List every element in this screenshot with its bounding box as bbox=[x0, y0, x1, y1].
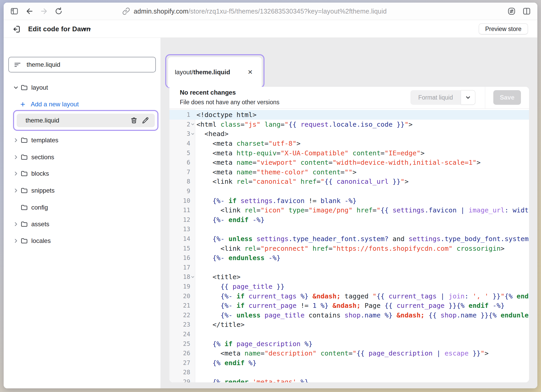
code-text: {%- if current_tags %} &ndash; tagged "{… bbox=[195, 292, 529, 300]
sidebar-item-locales[interactable]: locales bbox=[4, 234, 161, 247]
code-line[interactable]: 25 {% if page_description %} bbox=[169, 339, 529, 348]
sidebar-item-label: sections bbox=[31, 154, 54, 161]
code-line[interactable]: 29 {% render 'meta-tags' %} bbox=[169, 377, 529, 382]
code-line[interactable]: 5 <meta http-equiv="X-UA-Compatible" con… bbox=[169, 148, 529, 158]
code-line[interactable]: 17 bbox=[169, 263, 529, 272]
code-line[interactable]: 16 {%- endunless -%} bbox=[169, 253, 529, 263]
header-divider bbox=[485, 87, 485, 109]
exit-editor-icon[interactable] bbox=[11, 24, 21, 34]
sidebar-item-label: blocks bbox=[31, 170, 49, 177]
line-number: 1 bbox=[169, 111, 190, 118]
line-number: 25 bbox=[169, 340, 190, 347]
sidebar-item-theme-liquid[interactable]: theme.liquid bbox=[17, 114, 155, 127]
line-number: 3 bbox=[169, 130, 190, 137]
fold-toggle-icon[interactable] bbox=[190, 275, 195, 279]
code-line[interactable]: 28 bbox=[169, 368, 529, 377]
more-options-button[interactable]: ••• bbox=[82, 23, 93, 35]
link-icon bbox=[122, 7, 130, 15]
format-dropdown-button[interactable] bbox=[461, 90, 475, 105]
code-line[interactable]: 23 </title> bbox=[169, 320, 529, 329]
code-line[interactable]: 12 {%- endif -%} bbox=[169, 215, 529, 225]
save-button[interactable]: Save bbox=[493, 90, 521, 105]
code-line[interactable]: 26 <meta name="description" content="{{ … bbox=[169, 348, 529, 358]
add-new-layout-button[interactable]: +Add a new layout bbox=[4, 98, 161, 111]
line-number: 14 bbox=[169, 235, 190, 242]
code-line[interactable]: 15 <link rel="preconnect" href="https://… bbox=[169, 243, 529, 253]
code-line[interactable]: 21 {%- if current_page != 1 %} &ndash; P… bbox=[169, 301, 529, 310]
chevron-right-icon[interactable] bbox=[13, 221, 20, 228]
code-text: {%- unless settings.type_header_font.sys… bbox=[195, 235, 529, 243]
line-number: 15 bbox=[169, 245, 190, 252]
fold-toggle-icon[interactable] bbox=[190, 132, 195, 136]
code-line[interactable]: 9 bbox=[169, 186, 529, 196]
code-line[interactable]: 10 {%- if settings.favicon != blank -%} bbox=[169, 196, 529, 205]
code-text: <meta name="theme-color" content=""> bbox=[195, 168, 356, 176]
code-text: <link rel="canonical" href="{{ canonical… bbox=[195, 177, 409, 185]
code-line[interactable]: 20 {%- if current_tags %} &ndash; tagged… bbox=[169, 291, 529, 301]
chevron-right-icon[interactable] bbox=[13, 154, 20, 161]
code-line[interactable]: 1<!doctype html> bbox=[169, 110, 529, 120]
editor-area: layout/theme.liquid ✕ No recent changes … bbox=[161, 38, 537, 388]
back-icon[interactable] bbox=[24, 6, 34, 16]
folder-icon bbox=[20, 136, 30, 144]
code-line[interactable]: 27 {% endif %} bbox=[169, 358, 529, 368]
chevron-right-icon[interactable] bbox=[13, 187, 20, 194]
code-line[interactable]: 24 bbox=[169, 329, 529, 339]
rename-file-icon[interactable] bbox=[140, 115, 151, 126]
code-line[interactable]: 19 {{ page_title }} bbox=[169, 282, 529, 291]
code-line[interactable]: 3 <head> bbox=[169, 129, 529, 139]
sidebar-item-label: theme.liquid bbox=[26, 117, 59, 124]
chevron-down-icon[interactable] bbox=[13, 84, 20, 91]
folder-icon bbox=[20, 153, 30, 161]
code-line[interactable]: 22 {%- unless page_title contains shop.n… bbox=[169, 310, 529, 320]
preview-store-button[interactable]: Preview store bbox=[479, 23, 528, 34]
code-line[interactable]: 7 <meta name="theme-color" content=""> bbox=[169, 167, 529, 177]
code-line[interactable]: 2<html class="js" lang="{{ request.local… bbox=[169, 120, 529, 129]
code-text: <meta name="viewport" content="width=dev… bbox=[195, 158, 481, 166]
sidebar-item-label: snippets bbox=[31, 187, 54, 194]
forward-icon[interactable] bbox=[39, 6, 49, 16]
reload-icon[interactable] bbox=[54, 6, 64, 16]
folder-icon bbox=[20, 170, 30, 177]
panel-header: No recent changes File does not have any… bbox=[169, 87, 529, 109]
code-text: <link rel="icon" type="image/png" href="… bbox=[195, 206, 529, 214]
sidebar-item-templates[interactable]: templates bbox=[4, 134, 161, 147]
chevron-right-icon[interactable] bbox=[13, 170, 20, 177]
code-line[interactable]: 6 <meta name="viewport" content="width=d… bbox=[169, 158, 529, 167]
url-field[interactable]: admin.shopify.com/store/rzq1xu-f5/themes… bbox=[134, 8, 387, 15]
line-number: 21 bbox=[169, 302, 190, 309]
split-view-icon[interactable] bbox=[522, 6, 532, 16]
code-line[interactable]: 11 <link rel="icon" type="image/png" hre… bbox=[169, 205, 529, 215]
browser-window: admin.shopify.com/store/rzq1xu-f5/themes… bbox=[4, 3, 537, 388]
sidebar-item-label: assets bbox=[31, 220, 49, 228]
line-number: 16 bbox=[169, 254, 190, 261]
line-number: 27 bbox=[169, 359, 190, 366]
code-line[interactable]: 8 <link rel="canonical" href="{{ canonic… bbox=[169, 177, 529, 186]
code-text: <meta charset="utf-8"> bbox=[195, 139, 300, 147]
sidebar-item-blocks[interactable]: blocks bbox=[4, 167, 161, 180]
sidebar-item-sections[interactable]: sections bbox=[4, 151, 161, 164]
fold-toggle-icon[interactable] bbox=[190, 122, 195, 126]
code-editor[interactable]: 1<!doctype html>2<html class="js" lang="… bbox=[169, 109, 529, 382]
folder-icon bbox=[20, 237, 30, 245]
chevron-right-icon[interactable] bbox=[13, 237, 20, 244]
chevron-right-icon[interactable] bbox=[13, 137, 20, 144]
page-title: Edit code for Dawn bbox=[28, 25, 90, 33]
sidebar-item-layout[interactable]: layout bbox=[4, 81, 161, 94]
browser-chrome: admin.shopify.com/store/rzq1xu-f5/themes… bbox=[4, 3, 537, 20]
code-line[interactable]: 14 {%- unless settings.type_header_font.… bbox=[169, 234, 529, 244]
code-line[interactable]: 18 <title> bbox=[169, 272, 529, 282]
delete-file-icon[interactable] bbox=[128, 115, 140, 126]
sidebar-item-config[interactable]: config bbox=[4, 201, 161, 214]
line-number: 23 bbox=[169, 321, 190, 328]
format-liquid-button[interactable]: Format liquid bbox=[410, 90, 461, 105]
page-settings-icon[interactable] bbox=[507, 6, 517, 16]
tab-close-icon[interactable]: ✕ bbox=[245, 68, 255, 77]
code-line[interactable]: 13 bbox=[169, 224, 529, 234]
line-number: 26 bbox=[169, 350, 190, 357]
sidebar-item-snippets[interactable]: snippets bbox=[4, 184, 161, 197]
code-line[interactable]: 4 <meta charset="utf-8"> bbox=[169, 139, 529, 148]
sidebar-item-assets[interactable]: assets bbox=[4, 218, 161, 231]
tab-layout-theme-liquid[interactable]: layout/theme.liquid ✕ bbox=[168, 57, 262, 87]
sidebar-toggle-icon[interactable] bbox=[9, 6, 19, 16]
